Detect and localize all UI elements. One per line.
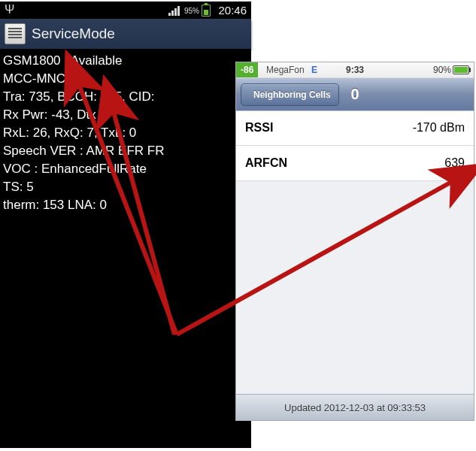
- service-mode-body: GSM1800 : Available MCC-MNC : Tra: 735, …: [0, 49, 251, 217]
- back-button[interactable]: Neighboring Cells: [241, 83, 339, 106]
- sm-line-rxl: RxL: 26, RxQ: 7, TxL: 0: [3, 124, 248, 142]
- ios-nav-title: 0: [350, 86, 359, 103]
- ios-signal-dbm: -86: [236, 62, 258, 77]
- sm-line-speech: Speech VER : AMR EFR FR: [3, 142, 248, 160]
- ios-carrier: MegaFon: [266, 65, 305, 75]
- android-battery-percent: 95%: [184, 7, 199, 15]
- back-button-label: Neighboring Cells: [253, 89, 331, 100]
- rssi-label: RSSI: [245, 121, 273, 135]
- list-item-rssi[interactable]: RSSI -170 dBm: [236, 110, 474, 146]
- sm-line-mccmnc: MCC-MNC :: [3, 70, 248, 88]
- list-item-arfcn[interactable]: ARFCN 639: [236, 146, 474, 181]
- android-app-title: ServiceMode: [32, 26, 115, 42]
- sm-line-tra: Tra: 735, BCCH: 735, CID:: [3, 88, 248, 106]
- signal-icon: [168, 6, 180, 16]
- ios-network-type: E: [311, 65, 317, 75]
- android-panel: Ψ 95% 20:46 ServiceMode GSM1800 : Availa…: [0, 2, 251, 448]
- android-clock: 20:46: [218, 4, 247, 17]
- sm-line-rxpwr: Rx Pwr: -43, Dtx: [3, 106, 248, 124]
- ios-status-bar: -86 MegaFon E 9:33 90%: [236, 62, 474, 77]
- battery-icon: [202, 5, 211, 17]
- android-status-bar: Ψ 95% 20:46: [0, 2, 251, 19]
- usb-icon: Ψ: [5, 4, 14, 16]
- ios-navbar: Neighboring Cells 0: [236, 77, 474, 110]
- arfcn-value: 639: [444, 156, 465, 170]
- sm-line-ts: TS: 5: [3, 178, 248, 196]
- sm-line-gsm: GSM1800 : Available: [3, 52, 248, 70]
- sm-line-therm: therm: 153 LNA: 0: [3, 196, 248, 214]
- android-titlebar: ServiceMode: [0, 19, 251, 49]
- sm-line-voc: VOC : EnhancedFullRate: [3, 160, 248, 178]
- app-icon: [5, 23, 26, 44]
- ios-footer: Updated 2012-12-03 at 09:33:53: [236, 394, 474, 420]
- ios-clock: 9:33: [346, 65, 364, 75]
- ios-list: RSSI -170 dBm ARFCN 639: [236, 110, 474, 181]
- rssi-value: -170 dBm: [413, 121, 465, 135]
- ios-battery-percent: 90%: [433, 65, 451, 75]
- arfcn-label: ARFCN: [245, 156, 287, 170]
- ios-panel: -86 MegaFon E 9:33 90% Neighboring Cells…: [235, 62, 474, 421]
- battery-icon: [453, 65, 469, 74]
